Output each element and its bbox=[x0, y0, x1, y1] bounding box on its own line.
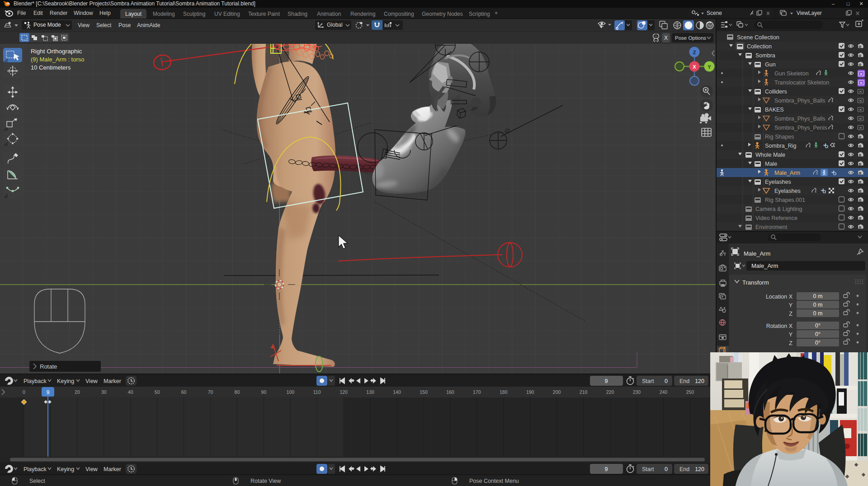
svg-text:60: 60 bbox=[181, 389, 187, 395]
svg-text:Right Orthographic: Right Orthographic bbox=[31, 48, 82, 55]
svg-text:160: 160 bbox=[446, 389, 454, 395]
svg-text:Y: Y bbox=[789, 332, 793, 338]
svg-text:Pose Context Menu: Pose Context Menu bbox=[469, 478, 519, 484]
svg-text:0°: 0° bbox=[815, 322, 821, 329]
svg-text:190: 190 bbox=[526, 389, 534, 395]
svg-text:140: 140 bbox=[393, 389, 401, 395]
svg-text:0 m: 0 m bbox=[813, 293, 823, 299]
svg-text:Location X: Location X bbox=[766, 294, 793, 300]
svg-text:BAKES: BAKES bbox=[765, 107, 784, 113]
svg-text:230: 230 bbox=[633, 389, 641, 395]
svg-text:50: 50 bbox=[155, 389, 160, 395]
svg-text:Y: Y bbox=[789, 302, 793, 308]
svg-text:View: View bbox=[85, 378, 98, 384]
svg-text:Y: Y bbox=[708, 64, 711, 70]
svg-text:80: 80 bbox=[235, 389, 240, 395]
svg-text:Z: Z bbox=[789, 340, 793, 346]
svg-text:Start: Start bbox=[642, 378, 654, 384]
svg-text:Marker: Marker bbox=[104, 378, 121, 384]
svg-text:Transform: Transform bbox=[742, 279, 769, 286]
svg-text:200: 200 bbox=[553, 389, 561, 395]
svg-text:Rig Shapes.001: Rig Shapes.001 bbox=[765, 197, 805, 203]
svg-text:Sombra_Phys_Penis: Sombra_Phys_Penis bbox=[774, 125, 827, 131]
svg-text:40: 40 bbox=[128, 389, 133, 395]
svg-text:0°: 0° bbox=[815, 340, 821, 346]
svg-text:220: 220 bbox=[606, 389, 614, 395]
svg-text:20: 20 bbox=[75, 389, 80, 395]
svg-text:Sombra: Sombra bbox=[755, 52, 775, 59]
svg-text:240: 240 bbox=[660, 389, 668, 395]
svg-text:90: 90 bbox=[261, 389, 267, 395]
svg-text:Playback: Playback bbox=[24, 378, 47, 384]
svg-text:Male_Arm: Male_Arm bbox=[744, 250, 770, 257]
svg-text:0 m: 0 m bbox=[813, 302, 823, 308]
svg-text:Male: Male bbox=[765, 161, 777, 167]
svg-text:Male_Arm: Male_Arm bbox=[774, 170, 800, 176]
svg-text:130: 130 bbox=[366, 389, 374, 395]
svg-text:Pose Options: Pose Options bbox=[675, 35, 706, 41]
svg-text:Gun: Gun bbox=[765, 61, 776, 68]
svg-text:Eyelashes: Eyelashes bbox=[765, 179, 791, 185]
svg-text:Scene Collection: Scene Collection bbox=[737, 34, 779, 41]
svg-text:0°: 0° bbox=[815, 331, 821, 337]
svg-text:0 m: 0 m bbox=[813, 310, 823, 317]
svg-text:70: 70 bbox=[208, 389, 213, 395]
svg-text:Keying: Keying bbox=[57, 378, 74, 384]
svg-text:Gun Skeleton: Gun Skeleton bbox=[774, 70, 809, 77]
svg-text:X: X bbox=[693, 64, 696, 70]
svg-text:Eyelashes: Eyelashes bbox=[774, 188, 801, 194]
svg-text:180: 180 bbox=[500, 389, 508, 395]
svg-text:Sombra_Phys_Balls: Sombra_Phys_Balls bbox=[774, 98, 826, 104]
svg-text:120: 120 bbox=[340, 389, 348, 395]
svg-text:Camera & Lighting: Camera & Lighting bbox=[755, 206, 802, 212]
svg-text:Sombra_Rig: Sombra_Rig bbox=[765, 143, 797, 149]
svg-text:9: 9 bbox=[47, 389, 50, 396]
svg-text:(9) Male_Arm : torso: (9) Male_Arm : torso bbox=[31, 56, 84, 63]
svg-text:Select: Select bbox=[29, 478, 45, 484]
svg-text:9: 9 bbox=[605, 378, 608, 384]
svg-text:150: 150 bbox=[420, 389, 428, 395]
svg-text:Rig Shapes: Rig Shapes bbox=[765, 134, 794, 140]
svg-text:End: End bbox=[679, 378, 689, 384]
svg-text:120: 120 bbox=[695, 378, 704, 384]
svg-text:Z: Z bbox=[789, 311, 793, 317]
svg-text:Translocator Skeleton: Translocator Skeleton bbox=[774, 79, 829, 86]
svg-text:Z: Z bbox=[693, 50, 696, 55]
svg-text:0: 0 bbox=[665, 378, 668, 384]
svg-text:Rotation X: Rotation X bbox=[766, 323, 793, 329]
svg-text:Collection: Collection bbox=[747, 43, 772, 50]
svg-text:Colliders: Colliders bbox=[765, 89, 787, 95]
svg-text:0: 0 bbox=[23, 389, 25, 395]
svg-text:X: X bbox=[664, 35, 668, 41]
svg-text:250: 250 bbox=[686, 389, 694, 395]
svg-text:Rotate: Rotate bbox=[40, 363, 57, 370]
svg-text:Sombra_Phys_Balls: Sombra_Phys_Balls bbox=[774, 116, 826, 122]
svg-text:10 Centimeters: 10 Centimeters bbox=[31, 64, 71, 71]
svg-text:100: 100 bbox=[287, 389, 295, 395]
svg-text:Rotate View: Rotate View bbox=[250, 478, 281, 484]
svg-text:Video Reference: Video Reference bbox=[755, 215, 797, 221]
svg-text:Male_Arm: Male_Arm bbox=[751, 262, 778, 269]
svg-text:170: 170 bbox=[473, 389, 481, 395]
svg-text:30: 30 bbox=[101, 389, 107, 395]
svg-text:Whole Male: Whole Male bbox=[755, 152, 785, 158]
svg-text:210: 210 bbox=[580, 389, 588, 395]
svg-text:110: 110 bbox=[313, 389, 321, 395]
svg-text:Environment: Environment bbox=[755, 224, 788, 230]
